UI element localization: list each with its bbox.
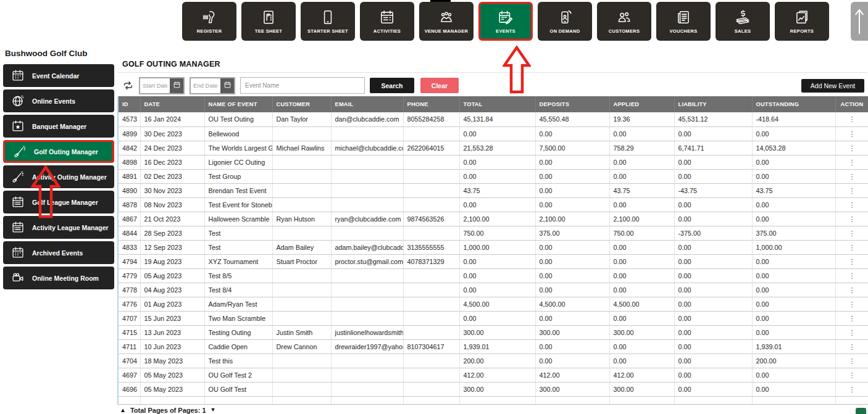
row-actions-button[interactable]: ⋮: [845, 259, 859, 265]
page-up-icon[interactable]: ▲: [120, 407, 126, 413]
toolbar-item-tee-sheet[interactable]: TEE SHEET: [241, 2, 296, 41]
toolbar-item-label: VOUCHERS: [670, 28, 698, 34]
start-date-input[interactable]: [140, 78, 170, 93]
end-date-input[interactable]: [191, 78, 220, 93]
column-header-name-of-event[interactable]: NAME OF EVENT: [204, 96, 272, 112]
toolbar-item-events[interactable]: EVENTS: [478, 2, 533, 41]
row-actions-button[interactable]: ⋮: [845, 202, 859, 209]
row-actions-button[interactable]: ⋮: [845, 344, 859, 350]
column-header-total[interactable]: TOTAL: [459, 96, 535, 112]
column-header-liability[interactable]: LIABILITY: [674, 96, 752, 112]
cell-total: 1,000.00: [459, 240, 535, 254]
sidebar-item-archived-events[interactable]: Archived Events: [3, 241, 114, 264]
toolbar-item-vouchers[interactable]: VOUCHERS: [656, 2, 711, 41]
sidebar-item-online-meeting-room[interactable]: Online Meeting Room: [3, 267, 114, 289]
column-header-date[interactable]: DATE: [140, 96, 204, 112]
column-header-email[interactable]: EMAIL: [331, 96, 403, 112]
table-row: 4899 30 Dec 2023 Bellewood 0.00 0.00 0.0…: [118, 126, 868, 141]
events-table: IDDATENAME OF EVENTCUSTOMEREMAILPHONETOT…: [117, 96, 868, 405]
vouchers-icon: [675, 9, 691, 26]
row-actions-button[interactable]: ⋮: [845, 358, 859, 365]
toolbar-item-starter-sheet[interactable]: STARTER SHEET: [301, 2, 355, 41]
table-row: 4844 28 Sep 2023 Test 750.00 375.00 750.…: [118, 226, 868, 240]
cell-date: 24 Dec 2023: [140, 141, 204, 155]
row-actions-button[interactable]: ⋮: [845, 301, 859, 308]
toolbar-item-sales[interactable]: SALES: [716, 2, 770, 41]
search-button[interactable]: Search: [370, 78, 414, 93]
toolbar-item-venue-manager[interactable]: VENUE MANAGER: [419, 2, 474, 41]
toolbar-item-reports[interactable]: REPORTS: [775, 2, 829, 41]
page-dropdown-icon[interactable]: ▼: [211, 407, 216, 413]
cell-customer: [272, 311, 331, 325]
column-header-id[interactable]: ID: [118, 96, 140, 112]
cell-action: ⋮: [835, 169, 868, 183]
row-actions-button[interactable]: ⋮: [845, 216, 859, 223]
annotation-arrow-events: [503, 46, 531, 94]
clear-button[interactable]: Clear: [420, 78, 459, 93]
row-actions-button[interactable]: ⋮: [845, 145, 859, 152]
cell-customer: [272, 396, 331, 404]
cell-email: [331, 354, 403, 368]
event-name-input[interactable]: [240, 77, 365, 94]
cell-id: 4867: [118, 212, 140, 226]
cell-applied: 43.75: [609, 183, 674, 197]
sidebar-item-golf-outing-manager[interactable]: Golf Outing Manager: [3, 140, 114, 163]
toolbar-item-register[interactable]: REGISTER: [182, 2, 236, 41]
sidebar-item-activity-outing-manager[interactable]: Activity Outing Manager: [3, 165, 114, 188]
cell-applied: 0.00: [609, 155, 674, 169]
cell-id: 4704: [118, 354, 140, 368]
scroll-top-button[interactable]: [851, 2, 868, 41]
end-date-calendar-button[interactable]: [220, 78, 234, 93]
cell-liability: 0.00: [674, 197, 752, 212]
sidebar-item-activity-league-manager[interactable]: Activity League Manager: [3, 216, 114, 239]
toolbar-item-activities[interactable]: ACTIVITIES: [360, 2, 414, 41]
toolbar-item-label: ACTIVITIES: [373, 28, 401, 34]
row-actions-button[interactable]: ⋮: [845, 273, 859, 279]
row-actions-button[interactable]: ⋮: [845, 159, 859, 166]
sidebar-item-banquet-manager[interactable]: Banquet Manager: [3, 115, 114, 138]
cell-applied: 0.00: [609, 268, 674, 283]
row-actions-button[interactable]: ⋮: [845, 131, 859, 138]
row-actions-button[interactable]: ⋮: [845, 244, 859, 251]
row-actions-button[interactable]: ⋮: [845, 315, 859, 322]
start-date-calendar-button[interactable]: [170, 78, 183, 93]
cell-total: 300.00: [459, 382, 535, 396]
sidebar-item-event-calendar[interactable]: Event Calendar: [3, 64, 114, 87]
cell-deposits: 375.00: [535, 226, 609, 240]
row-actions-button[interactable]: ⋮: [845, 188, 859, 194]
row-actions-button[interactable]: ⋮: [845, 230, 859, 237]
cell-action: ⋮: [835, 339, 868, 354]
cell-id: 4711: [118, 339, 140, 354]
column-header-customer[interactable]: CUSTOMER: [272, 96, 331, 112]
column-header-phone[interactable]: PHONE: [403, 96, 459, 112]
cell-customer: [272, 197, 331, 212]
export-excel-button[interactable]: [856, 408, 866, 414]
sidebar-item-label: Event Calendar: [32, 72, 79, 80]
column-header-outstanding[interactable]: OUTSTANDING: [752, 96, 835, 112]
cell-phone: [403, 169, 459, 183]
column-header-action[interactable]: ACTION: [835, 96, 868, 112]
table-header-row: IDDATENAME OF EVENTCUSTOMEREMAILPHONETOT…: [118, 96, 868, 112]
cell-id: 4715: [118, 325, 140, 339]
toolbar-item-on-demand[interactable]: ON DEMAND: [538, 2, 592, 41]
sidebar-item-golf-league-manager[interactable]: Golf League Manager: [3, 191, 114, 213]
row-actions-button[interactable]: ⋮: [845, 173, 859, 180]
refresh-button[interactable]: [122, 80, 134, 92]
cell-customer: [272, 283, 331, 297]
cell-date: 02 Dec 2023: [140, 169, 204, 183]
add-new-event-button[interactable]: Add New Event: [801, 79, 864, 93]
cell-phone: [403, 183, 459, 197]
toolbar-item-customers[interactable]: CUSTOMERS: [597, 2, 651, 41]
sidebar-item-online-events[interactable]: Online Events: [3, 89, 114, 112]
row-actions-button[interactable]: ⋮: [845, 386, 859, 393]
sidebar-item-label: Golf League Manager: [32, 199, 98, 206]
column-header-deposits[interactable]: DEPOSITS: [535, 96, 609, 112]
row-actions-button[interactable]: ⋮: [845, 116, 859, 123]
cell-phone: [403, 354, 459, 368]
customers-icon: [616, 9, 632, 26]
column-header-applied[interactable]: APPLIED: [609, 96, 674, 112]
row-actions-button[interactable]: ⋮: [845, 287, 859, 294]
row-actions-button[interactable]: ⋮: [845, 329, 859, 336]
row-actions-button[interactable]: ⋮: [845, 372, 859, 379]
cell-date: 12 Sep 2023: [140, 240, 204, 254]
